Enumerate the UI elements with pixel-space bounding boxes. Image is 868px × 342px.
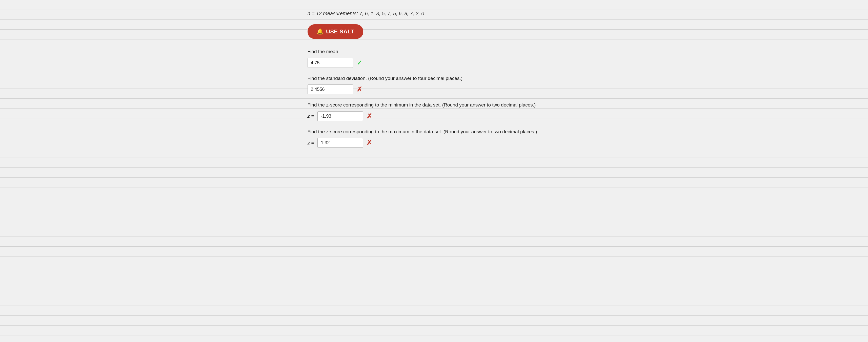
section-label-z-max: Find the z-score corresponding to the ma…: [308, 128, 561, 136]
section-label-z-min: Find the z-score corresponding to the mi…: [308, 101, 561, 109]
z-prefix-z-max: z =: [308, 140, 314, 146]
incorrect-icon-std-dev: ✗: [356, 86, 362, 93]
use-salt-button[interactable]: 🔔 USE SALT: [308, 24, 364, 39]
answer-input-z-min[interactable]: [317, 111, 363, 121]
section-mean: Find the mean.✓: [308, 48, 561, 68]
content-area: n = 12 measurements: 7, 6, 1, 3, 5, 7, 5…: [308, 8, 561, 148]
input-row-std-dev: ✗: [308, 84, 561, 94]
use-salt-label: USE SALT: [326, 28, 354, 35]
problem-header: n = 12 measurements: 7, 6, 1, 3, 5, 7, 5…: [308, 8, 561, 17]
answer-input-std-dev[interactable]: [308, 84, 353, 94]
page-container: n = 12 measurements: 7, 6, 1, 3, 5, 7, 5…: [0, 0, 868, 342]
answer-input-z-max[interactable]: [317, 138, 363, 148]
incorrect-icon-z-max: ✗: [367, 139, 372, 147]
incorrect-icon-z-min: ✗: [367, 112, 372, 120]
correct-icon-mean: ✓: [356, 59, 362, 67]
input-row-mean: ✓: [308, 58, 561, 68]
salt-icon: 🔔: [317, 28, 324, 35]
section-label-mean: Find the mean.: [308, 48, 561, 56]
input-row-z-max: z =✗: [308, 138, 561, 148]
input-row-z-min: z =✗: [308, 111, 561, 121]
section-z-min: Find the z-score corresponding to the mi…: [308, 101, 561, 121]
sections-container: Find the mean.✓Find the standard deviati…: [308, 48, 561, 148]
section-z-max: Find the z-score corresponding to the ma…: [308, 128, 561, 148]
z-prefix-z-min: z =: [308, 113, 314, 119]
answer-input-mean[interactable]: [308, 58, 353, 68]
section-label-std-dev: Find the standard deviation. (Round your…: [308, 75, 561, 82]
section-std-dev: Find the standard deviation. (Round your…: [308, 75, 561, 95]
